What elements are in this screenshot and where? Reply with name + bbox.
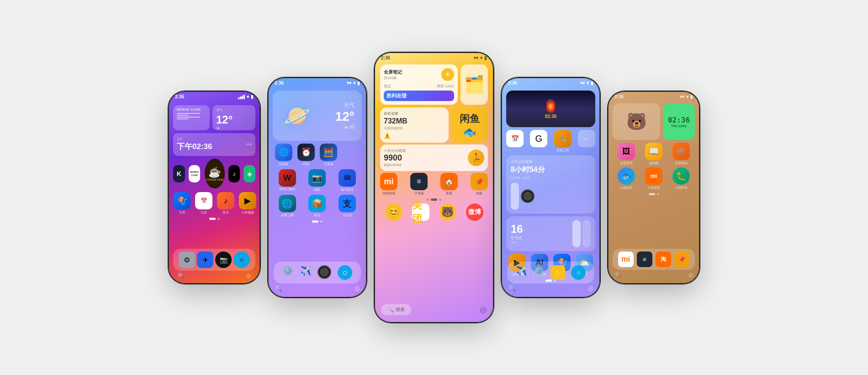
music-icon: ♪	[217, 192, 234, 209]
p4-more-app[interactable]: ···	[578, 130, 595, 153]
signal-4: ▾▾	[580, 80, 585, 86]
p5-manga-app[interactable]: 📖 漫画图	[645, 143, 662, 166]
camera-icon-2[interactable]	[318, 265, 331, 279]
battery-4: ▮	[591, 80, 593, 86]
wps-app[interactable]: W WPS Office	[279, 169, 296, 192]
coffee-family-icon[interactable]: ☕ COFFEE FAMI	[205, 159, 225, 188]
nomocam-icon[interactable]: NOMOCAM	[189, 165, 201, 182]
assistant-icon-4[interactable]: ◎	[588, 284, 593, 292]
taobao-dock-icon[interactable]: 淘	[656, 252, 671, 267]
assistant-icon-3[interactable]: ◎	[480, 305, 487, 315]
home-app[interactable]: 🏠 家庭	[440, 173, 458, 196]
status-bar-5: 2:36 ▾▾ ▾ ▮	[608, 91, 699, 100]
sleep-widget[interactable]: 小米运动健康 8小时54分 23:54 - 8:48	[506, 155, 595, 214]
apps-row-main: 🪁 飞书 📅 日历 ♪ 音乐 ▶ 小米视频	[173, 192, 255, 215]
alipay-app[interactable]: 支 支付宝	[339, 195, 356, 218]
p2-camera-app[interactable]: 📷 相机	[308, 169, 326, 192]
game-widget[interactable]: 🏮 02:36	[506, 91, 595, 127]
p5-xhulu-app[interactable]: 🐛 小葫芦学	[672, 167, 690, 190]
settings-dock-icon[interactable]: ⚙	[179, 252, 195, 268]
note-date: 周四 12/01	[437, 84, 454, 89]
settings-icon-4[interactable]: ⚙️	[533, 265, 545, 280]
mail-app[interactable]: ✉ 电子邮件	[339, 169, 356, 192]
p3-bottom-apps: 😊 美团 🐻 微博	[380, 204, 488, 221]
telegram-icon-2[interactable]: ✈️	[300, 265, 312, 280]
settings-icon-2[interactable]: ⚙️	[282, 265, 294, 280]
p4-weather-widget[interactable]: 16 空气优 天气	[506, 216, 595, 251]
browser-app[interactable]: 🌐 浏览器	[274, 144, 293, 166]
assistant-icon-1[interactable]: ◎	[246, 273, 251, 279]
p2-weather-label: 天气	[335, 102, 355, 109]
smiley-app[interactable]: 😊	[385, 204, 402, 221]
idle-fish-widget[interactable]: 闲鱼 🐟	[451, 107, 488, 143]
music-label: 音乐	[222, 210, 229, 215]
weather-widget[interactable]: 天气 12° ⛅	[212, 105, 255, 130]
filter-icon[interactable]: ◈	[243, 165, 255, 182]
p5-appstore-app[interactable]: 🛒 应用商店	[672, 143, 690, 166]
note-add-btn[interactable]: +	[441, 68, 454, 81]
camera-dock-icon[interactable]: 📷	[215, 252, 232, 268]
kuaishou-icon-4[interactable]: ⚡	[550, 265, 565, 280]
browser-label: 浏览器	[279, 162, 288, 166]
search-icon-1[interactable]: 🔍	[178, 273, 185, 279]
cainiao-app[interactable]: 📦 菜鸟	[308, 195, 326, 218]
assistant-icon-2[interactable]: ◎	[355, 284, 360, 292]
quickapp-dock-icon[interactable]: ○	[233, 252, 250, 268]
meituan-app[interactable]: 美团	[412, 204, 429, 221]
search-bar-5: 🔍 ◎	[614, 272, 693, 278]
search-icon-5[interactable]: 🔍	[614, 272, 621, 278]
vpn-app[interactable]: 🌐 全球上网	[279, 195, 296, 218]
p4-aqi-num: 16	[511, 223, 523, 236]
p2-apps-row1: 🌐 浏览器 ⏰ 时钟 🧮 计算器	[274, 144, 361, 166]
p5-clock-widget[interactable]: 02:36 THU 12/01	[663, 103, 695, 140]
search-pill-3[interactable]: 🔍 搜索	[381, 304, 411, 315]
p5-ringtone-app[interactable]: 🐟 小熊铃声	[618, 167, 635, 190]
assistant-icon-5[interactable]: ◎	[688, 272, 693, 278]
calc-app[interactable]: 🧮 计算器	[319, 144, 339, 166]
morse-widget[interactable]: MORSE CODE	[173, 105, 210, 130]
telegram-dock-icon[interactable]: ✈	[197, 252, 213, 268]
note-widget[interactable]: 全屏笔记 共225条 + 笔记 周四 12/01 胜利在望	[380, 64, 458, 105]
steps-label: 超越10000步	[384, 163, 406, 167]
status-bar-1: 2:36 ▾ ▮	[169, 91, 260, 100]
sticky-app[interactable]: 📌 相册	[471, 173, 488, 196]
wifi-5: ▾	[686, 94, 688, 99]
feishu-app[interactable]: 🪁 飞书	[173, 192, 191, 215]
p4-date-app[interactable]: 📅	[506, 130, 524, 153]
storage-widget[interactable]: 多机管家 732MB 可用存储空间 ⚠️	[380, 107, 449, 143]
morse-title: MORSE CODE	[177, 108, 206, 111]
morse-line	[177, 115, 189, 116]
p4-google-app[interactable]: G	[530, 130, 547, 153]
clock-app[interactable]: ⏰ 时钟	[296, 144, 316, 166]
mi-dock-icon[interactable]: mi	[618, 252, 634, 267]
calendar-app[interactable]: 📅 日历	[195, 192, 212, 215]
steps-widget[interactable]: 小米运动健康 9900 超越10000步 🏃	[380, 145, 488, 171]
search-icon-4[interactable]: 🔍	[508, 284, 516, 292]
p3-calc-app[interactable]: ≡ 计算器	[410, 173, 428, 196]
bear-app[interactable]: 🐻	[439, 204, 456, 221]
p5-mi-community-app[interactable]: mi 小米社区	[645, 167, 662, 190]
calc-dock-icon-5[interactable]: ≡	[637, 252, 652, 267]
mi-shop-app[interactable]: mi 淘淘商城	[380, 173, 397, 196]
planet-widget[interactable]: 🪐 天气 12° ⛅ 晴	[273, 91, 362, 141]
file-icon-box[interactable]: 🗂️	[460, 64, 488, 105]
photos-dock-icon[interactable]: 📌	[674, 252, 690, 267]
bear-widget[interactable]: 🐻	[613, 103, 660, 140]
p5-wallpaper-app[interactable]: 🖼 设置壁纸	[618, 143, 635, 166]
quickapp-icon-2[interactable]: ○	[338, 265, 352, 280]
p4-sys-tools[interactable]: 🔧 系统工具	[554, 130, 572, 153]
search-icon-bottom-2[interactable]: 🔍	[275, 284, 282, 292]
tiktok-icon[interactable]: ♪	[228, 165, 240, 182]
clock-widget[interactable]: 北京 下午02:36 时钟	[173, 133, 255, 156]
weibo-app[interactable]: 微博	[466, 204, 483, 221]
quickapp-icon-4[interactable]: ○	[571, 265, 586, 280]
music-app[interactable]: ♪ 音乐	[217, 192, 234, 215]
p3-apps-row: mi 淘淘商城 ≡ 计算器 🏠 家庭 📌 相册	[380, 173, 488, 196]
telegram-icon-4[interactable]: ✈️	[516, 265, 527, 280]
xiaomi-video-app[interactable]: ▶ 小米视频	[239, 192, 256, 215]
k-app-icon[interactable]: K	[173, 165, 185, 182]
file-icon: 🗂️	[464, 75, 485, 94]
p5-manga-icon: 📖	[645, 143, 662, 160]
scroll-handle-1	[572, 220, 581, 247]
signal-3: ▾▾	[474, 55, 478, 60]
